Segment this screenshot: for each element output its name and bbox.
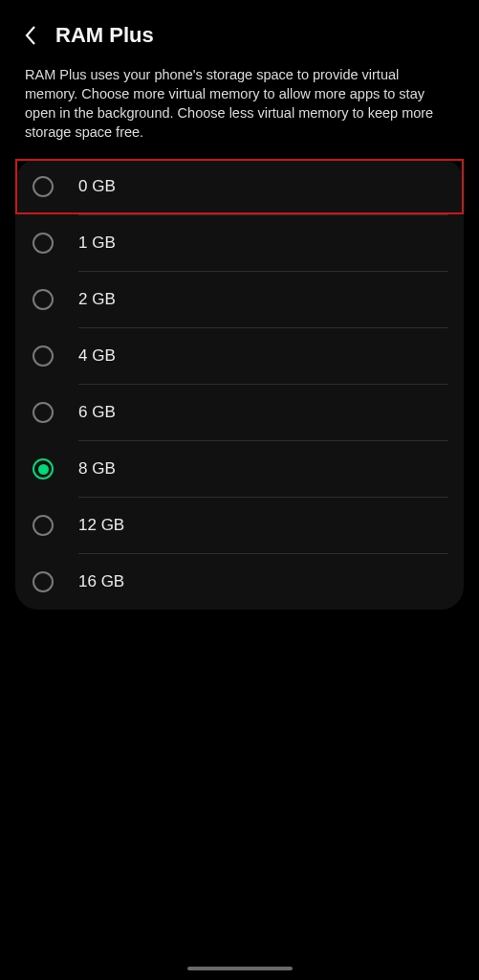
ram-option-row[interactable]: 1 GB [15, 215, 464, 271]
ram-option-label: 2 GB [78, 290, 446, 309]
page-header: RAM Plus [4, 4, 475, 65]
radio-button[interactable] [33, 402, 54, 423]
ram-option-row[interactable]: 0 GB [15, 159, 464, 214]
ram-option-row[interactable]: 16 GB [15, 554, 464, 610]
nav-handle[interactable] [187, 967, 293, 970]
radio-button[interactable] [33, 176, 54, 197]
page-title: RAM Plus [55, 23, 154, 48]
ram-option-label: 8 GB [78, 459, 446, 479]
chevron-left-icon [24, 25, 36, 46]
radio-button[interactable] [33, 289, 54, 310]
ram-option-label: 12 GB [78, 516, 446, 535]
ram-option-row[interactable]: 12 GB [15, 498, 464, 553]
ram-options-list: 0 GB1 GB2 GB4 GB6 GB8 GB12 GB16 GB [15, 159, 464, 610]
ram-option-label: 16 GB [78, 572, 446, 591]
ram-option-label: 1 GB [78, 234, 446, 253]
radio-button[interactable] [33, 458, 54, 479]
ram-option-row[interactable]: 2 GB [15, 272, 464, 327]
ram-option-label: 0 GB [78, 177, 446, 196]
ram-option-row[interactable]: 6 GB [15, 385, 464, 440]
ram-option-label: 4 GB [78, 346, 446, 366]
radio-button[interactable] [33, 515, 54, 536]
radio-button[interactable] [33, 571, 54, 592]
ram-option-label: 6 GB [78, 403, 446, 422]
back-button[interactable] [17, 23, 42, 48]
ram-option-row[interactable]: 4 GB [15, 328, 464, 384]
ram-option-row[interactable]: 8 GB [15, 441, 464, 497]
page-description: RAM Plus uses your phone's storage space… [4, 65, 475, 159]
radio-button[interactable] [33, 345, 54, 367]
radio-button[interactable] [33, 233, 54, 254]
